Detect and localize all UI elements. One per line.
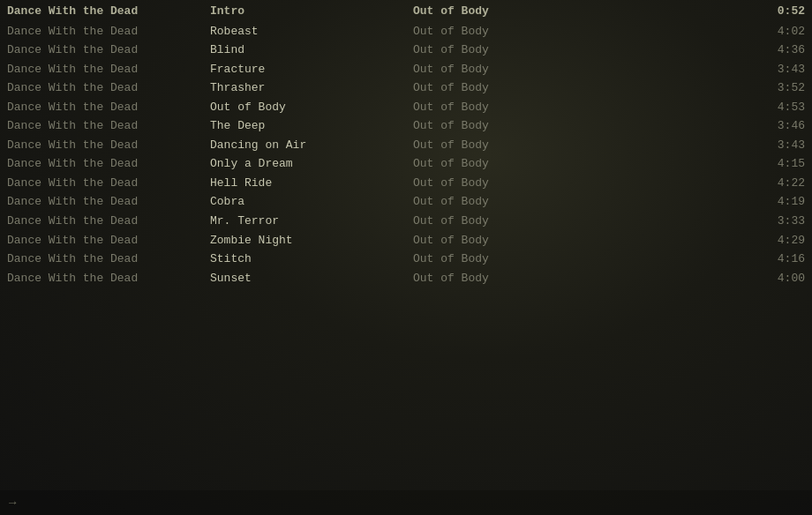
track-album: Out of Body [413, 80, 616, 96]
track-artist: Dance With the Dead [7, 233, 210, 249]
track-row[interactable]: Dance With the DeadStitchOut of Body4:16 [0, 250, 812, 269]
track-album: Out of Body [413, 213, 616, 229]
track-album: Out of Body [413, 251, 616, 267]
track-duration: 3:43 [616, 62, 805, 78]
track-artist: Dance With the Dead [7, 80, 210, 96]
header-duration: 0:52 [616, 4, 805, 19]
track-row[interactable]: Dance With the DeadOnly a DreamOut of Bo… [0, 154, 812, 174]
track-title: Zombie Night [210, 233, 413, 249]
track-duration: 4:15 [616, 156, 805, 172]
track-title: Sunset [210, 271, 413, 287]
track-album: Out of Body [413, 42, 616, 58]
track-duration: 3:46 [616, 118, 805, 134]
track-row[interactable]: Dance With the DeadZombie NightOut of Bo… [0, 231, 812, 250]
track-artist: Dance With the Dead [7, 138, 210, 153]
track-title: Dancing on Air [210, 138, 413, 153]
track-row[interactable]: Dance With the DeadRobeastOut of Body4:0… [0, 22, 812, 41]
track-artist: Dance With the Dead [7, 24, 210, 40]
track-album: Out of Body [413, 194, 616, 210]
track-title: Fracture [210, 62, 413, 78]
header-title: Intro [210, 4, 413, 19]
track-album: Out of Body [413, 100, 616, 116]
track-row[interactable]: Dance With the DeadFractureOut of Body3:… [0, 60, 812, 79]
track-album: Out of Body [413, 271, 616, 287]
track-row[interactable]: Dance With the DeadSunsetOut of Body4:00 [0, 269, 812, 288]
track-list: Dance With the Dead Intro Out of Body 0:… [0, 0, 812, 287]
track-duration: 4:16 [616, 251, 805, 267]
track-row[interactable]: Dance With the DeadMr. TerrorOut of Body… [0, 212, 812, 231]
track-artist: Dance With the Dead [7, 271, 210, 287]
track-album: Out of Body [413, 175, 616, 191]
track-artist: Dance With the Dead [7, 118, 210, 134]
track-duration: 3:33 [616, 213, 805, 229]
track-title: The Deep [210, 118, 413, 134]
track-row[interactable]: Dance With the DeadThe DeepOut of Body3:… [0, 116, 812, 136]
track-row[interactable]: Dance With the DeadBlindOut of Body4:36 [0, 41, 812, 60]
track-title: Out of Body [210, 100, 413, 116]
track-duration: 3:52 [616, 80, 805, 96]
track-artist: Dance With the Dead [7, 62, 210, 78]
track-row[interactable]: Dance With the DeadCobraOut of Body4:19 [0, 192, 812, 212]
track-title: Hell Ride [210, 175, 413, 191]
track-album: Out of Body [413, 62, 616, 78]
track-album: Out of Body [413, 118, 616, 134]
track-duration: 4:53 [616, 100, 805, 116]
track-duration: 4:29 [616, 233, 805, 249]
track-title: Stitch [210, 251, 413, 267]
track-title: Blind [210, 42, 413, 58]
track-album: Out of Body [413, 24, 616, 40]
track-artist: Dance With the Dead [7, 100, 210, 116]
track-title: Thrasher [210, 80, 413, 96]
track-album: Out of Body [413, 138, 616, 153]
arrow-icon: → [9, 496, 16, 510]
track-list-header: Dance With the Dead Intro Out of Body 0:… [0, 2, 812, 22]
track-row[interactable]: Dance With the DeadThrasherOut of Body3:… [0, 78, 812, 98]
track-title: Robeast [210, 24, 413, 40]
track-artist: Dance With the Dead [7, 156, 210, 172]
track-artist: Dance With the Dead [7, 213, 210, 229]
header-artist: Dance With the Dead [7, 4, 210, 19]
track-duration: 4:02 [616, 24, 805, 40]
track-row[interactable]: Dance With the DeadDancing on AirOut of … [0, 136, 812, 155]
track-title: Mr. Terror [210, 213, 413, 229]
track-title: Only a Dream [210, 156, 413, 172]
track-row[interactable]: Dance With the DeadHell RideOut of Body4… [0, 174, 812, 193]
track-duration: 3:43 [616, 138, 805, 153]
track-row[interactable]: Dance With the DeadOut of BodyOut of Bod… [0, 98, 812, 117]
track-artist: Dance With the Dead [7, 42, 210, 58]
track-album: Out of Body [413, 156, 616, 172]
header-album: Out of Body [413, 4, 616, 19]
track-artist: Dance With the Dead [7, 175, 210, 191]
track-title: Cobra [210, 194, 413, 210]
track-duration: 4:00 [616, 271, 805, 287]
bottom-bar: → [0, 490, 812, 515]
track-album: Out of Body [413, 233, 616, 249]
track-duration: 4:22 [616, 175, 805, 191]
track-artist: Dance With the Dead [7, 194, 210, 210]
track-duration: 4:19 [616, 194, 805, 210]
track-artist: Dance With the Dead [7, 251, 210, 267]
track-duration: 4:36 [616, 42, 805, 58]
